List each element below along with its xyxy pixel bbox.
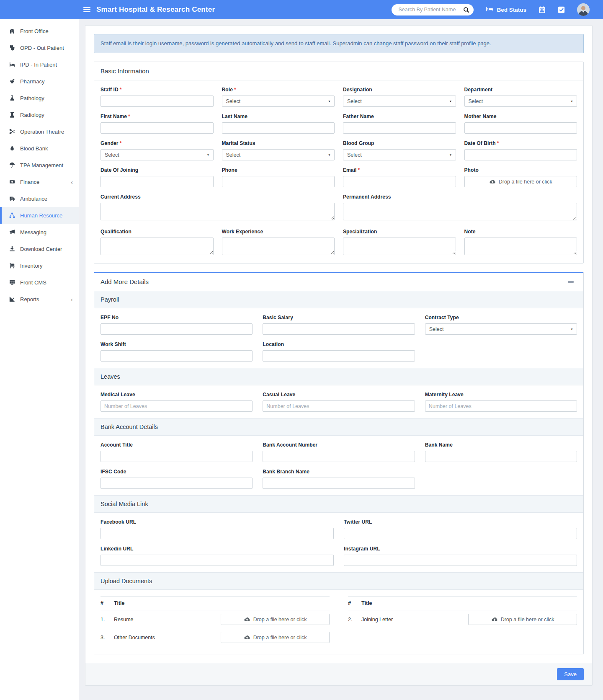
blood-group-select[interactable]: Select▼ xyxy=(343,149,456,160)
first-name-input[interactable] xyxy=(100,122,214,134)
bank-account-number-input[interactable] xyxy=(263,451,415,462)
resume-dropzone[interactable]: Drop a file here or click xyxy=(221,614,330,625)
column-header-title: Title xyxy=(361,600,372,606)
upload-cloud-icon xyxy=(244,617,250,622)
qualification-textarea[interactable] xyxy=(100,238,214,255)
date-of-joining-input[interactable] xyxy=(100,176,214,187)
form-field-staff-id: Staff ID* xyxy=(100,87,214,107)
other-documents-dropzone[interactable]: Drop a file here or click xyxy=(221,632,330,643)
sidebar-item-download-center[interactable]: Download Center xyxy=(0,240,79,257)
maternity-leave-input[interactable] xyxy=(425,400,577,412)
tasks-icon[interactable] xyxy=(558,6,565,13)
required-asterisk: * xyxy=(128,114,130,119)
upload-column: #Title1.ResumeDrop a file here or click3… xyxy=(100,596,330,646)
field-label: Casual Leave xyxy=(263,392,415,398)
mother-name-input[interactable] xyxy=(464,122,577,134)
medical-leave-input[interactable] xyxy=(100,400,253,412)
dropdown-caret-icon: ▼ xyxy=(328,154,331,156)
collapse-icon[interactable] xyxy=(568,281,574,283)
calendar-icon[interactable] xyxy=(539,6,546,13)
sidebar-item-opd-out-patient[interactable]: OPD - Out Patient xyxy=(0,39,79,56)
mortar-icon xyxy=(9,78,15,84)
sidebar-item-front-office[interactable]: Front Office xyxy=(0,23,79,39)
sidebar-item-blood-bank[interactable]: Blood Bank xyxy=(0,140,79,157)
specialization-textarea[interactable] xyxy=(343,238,456,255)
search-input[interactable] xyxy=(397,6,463,13)
sidebar-item-label: Front CMS xyxy=(20,279,46,286)
designation-select[interactable]: Select▼ xyxy=(343,96,456,107)
phone-input[interactable] xyxy=(222,176,335,187)
search-icon[interactable] xyxy=(463,7,469,13)
required-asterisk: * xyxy=(120,140,122,146)
sidebar-item-tpa-management[interactable]: TPA Management xyxy=(0,157,79,173)
contract-type-select[interactable]: Select▼ xyxy=(425,323,577,335)
linkedin-url-input[interactable] xyxy=(100,555,334,566)
select-value: Select xyxy=(105,152,119,158)
email-input[interactable] xyxy=(343,176,456,187)
subsection-body-leaves: Medical LeaveCasual LeaveMaternity Leave xyxy=(94,385,583,418)
select-value: Select xyxy=(347,152,362,158)
form-field-qualification: Qualification xyxy=(100,229,214,257)
bank-name-input[interactable] xyxy=(425,451,577,462)
upload-table-header: #Title xyxy=(348,596,577,610)
sidebar-item-inventory[interactable]: Inventory xyxy=(0,257,79,274)
note-textarea[interactable] xyxy=(464,238,577,255)
upload-cloud-icon xyxy=(244,635,250,640)
sidebar-item-finance[interactable]: Finance‹ xyxy=(0,173,79,190)
sidebar-item-front-cms[interactable]: Front CMS xyxy=(0,274,79,291)
sidebar-item-label: Inventory xyxy=(20,263,42,269)
staff-id-input[interactable] xyxy=(100,96,214,107)
marital-status-select[interactable]: Select▼ xyxy=(222,149,335,160)
field-label: Permanent Address xyxy=(343,194,577,200)
permanent-address-textarea[interactable] xyxy=(343,203,577,220)
account-title-input[interactable] xyxy=(100,451,253,462)
sidebar-item-human-resource[interactable]: Human Resource xyxy=(0,207,79,224)
sidebar-item-radiology[interactable]: Radiology xyxy=(0,106,79,123)
epf-no-input[interactable] xyxy=(100,323,253,335)
role-select[interactable]: Select▼ xyxy=(222,96,335,107)
form-footer: Save xyxy=(85,663,592,685)
save-button[interactable]: Save xyxy=(557,668,584,680)
form-field-father-name: Father Name xyxy=(343,114,456,134)
sidebar-item-pharmacy[interactable]: Pharmacy xyxy=(0,73,79,90)
user-avatar[interactable] xyxy=(577,3,590,16)
bed-status-link[interactable]: Bed Status xyxy=(486,6,526,13)
location-input[interactable] xyxy=(263,350,415,362)
work-experience-textarea[interactable] xyxy=(222,238,335,255)
document-title: Other Documents xyxy=(114,635,221,641)
ifsc-code-input[interactable] xyxy=(100,478,253,489)
sidebar-item-ipd-in-patient[interactable]: IPD - In Patient xyxy=(0,56,79,73)
photo-dropzone[interactable]: Drop a file here or click xyxy=(464,176,577,187)
bank-branch-name-input[interactable] xyxy=(263,478,415,489)
last-name-input[interactable] xyxy=(222,122,335,134)
select-value: Select xyxy=(226,152,241,158)
form-field-epf-no: EPF No xyxy=(100,315,253,335)
date-of-birth-input[interactable] xyxy=(464,149,577,160)
sidebar-item-operation-theatre[interactable]: Operation Theatre xyxy=(0,123,79,140)
sidebar-item-messaging[interactable]: Messaging xyxy=(0,224,79,240)
field-label: Qualification xyxy=(100,229,214,235)
sidebar-item-label: Ambulance xyxy=(20,196,47,202)
sidebar-item-reports[interactable]: Reports‹ xyxy=(0,291,79,307)
work-shift-input[interactable] xyxy=(100,350,253,362)
upload-row-other-documents: 3.Other DocumentsDrop a file here or cli… xyxy=(100,628,330,646)
bed-icon xyxy=(486,6,494,13)
patient-search-box[interactable] xyxy=(392,4,474,15)
current-address-textarea[interactable] xyxy=(100,203,335,220)
joining-letter-dropzone[interactable]: Drop a file here or click xyxy=(468,614,577,625)
twitter-url-input[interactable] xyxy=(344,528,577,539)
facebook-url-input[interactable] xyxy=(100,528,334,539)
department-select[interactable]: Select▼ xyxy=(464,96,577,107)
sidebar-item-ambulance[interactable]: Ambulance xyxy=(0,190,79,207)
form-field-last-name: Last Name xyxy=(222,114,335,134)
casual-leave-input[interactable] xyxy=(263,400,415,412)
sidebar-item-pathology[interactable]: Pathology xyxy=(0,90,79,106)
subsection-title-social-media-link: Social Media Link xyxy=(94,495,583,513)
instagram-url-input[interactable] xyxy=(344,555,577,566)
field-label: Linkedin URL xyxy=(100,546,334,552)
gender-select[interactable]: Select▼ xyxy=(100,149,214,160)
sidebar-item-label: Human Resource xyxy=(20,212,62,219)
father-name-input[interactable] xyxy=(343,122,456,134)
basic-salary-input[interactable] xyxy=(263,323,415,335)
menu-icon[interactable] xyxy=(83,6,90,13)
